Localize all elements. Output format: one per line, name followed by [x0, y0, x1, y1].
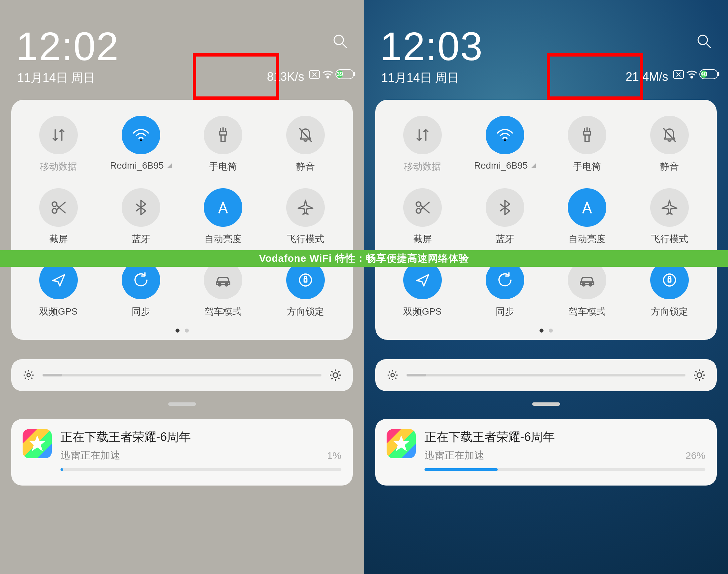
progress-bar	[60, 468, 341, 471]
airplane-toggle-button[interactable]	[650, 188, 689, 227]
toggle-wifi[interactable]: Redmi_6B95	[100, 109, 182, 181]
wifi-toggle-button[interactable]	[486, 116, 524, 154]
toggle-screenshot[interactable]: 截屏	[17, 181, 100, 254]
bluetooth-label: 蓝牙	[132, 233, 150, 245]
toggle-mobile-data[interactable]: 移动数据	[17, 109, 100, 181]
toggle-mobile-data[interactable]: 移动数据	[381, 109, 464, 181]
toggle-mute[interactable]: 静音	[264, 109, 347, 181]
mute-label: 静音	[660, 160, 679, 173]
toggle-mute[interactable]: 静音	[628, 109, 711, 181]
toggle-bluetooth[interactable]: 蓝牙	[464, 181, 546, 254]
torch-toggle-button[interactable]	[204, 116, 242, 154]
wifi-label: Redmi_6B95	[474, 160, 536, 171]
airplane-toggle-button[interactable]	[286, 188, 325, 227]
wifi-icon	[132, 126, 150, 144]
wifi-status-icon	[322, 70, 333, 80]
overlay-banner: Vodafone WiFi 特性：畅享便捷高速网络体验	[0, 250, 728, 267]
screenshot-label: 截屏	[413, 233, 432, 245]
svg-point-26	[697, 373, 702, 377]
search-button[interactable]	[696, 33, 712, 50]
svg-rect-4	[220, 132, 226, 135]
toggle-airplane[interactable]: 飞行模式	[628, 181, 711, 254]
toggle-autobrightness[interactable]: 自动亮度	[546, 181, 629, 254]
wifi-toggle-button[interactable]	[122, 116, 160, 154]
svg-point-2	[327, 77, 329, 78]
search-icon	[332, 33, 348, 49]
notification-title: 正在下载王者荣耀-6周年	[60, 429, 341, 445]
screenshot-icon	[49, 198, 68, 217]
gps-icon	[413, 271, 432, 289]
brightness-high-icon	[693, 369, 705, 381]
pager-dots[interactable]	[381, 327, 711, 334]
gps-label: 双频GPS	[39, 305, 78, 318]
svg-point-9	[300, 274, 311, 286]
mobile-data-toggle-button[interactable]	[39, 116, 78, 154]
screenshot-toggle-button[interactable]	[403, 188, 442, 227]
toggle-autobrightness[interactable]: 自动亮度	[182, 181, 265, 254]
svg-point-23	[663, 274, 676, 286]
annotation-red-box	[193, 53, 279, 100]
toggle-wifi[interactable]: Redmi_6B95	[464, 109, 546, 181]
left-screenshot: 12:02 11月14日 周日 813K/s 39 移动数据Redmi_6B95…	[0, 0, 364, 574]
rotation-icon	[296, 271, 315, 289]
signal-triangle-icon	[167, 163, 172, 168]
svg-point-12	[333, 373, 338, 377]
sync-label: 同步	[132, 305, 150, 318]
toggle-screenshot[interactable]: 截屏	[381, 181, 464, 254]
notification-card[interactable]: 正在下载王者荣耀-6周年 迅雷正在加速 1%	[11, 419, 353, 486]
quick-settings-panel: 移动数据Redmi_6B95手电筒静音截屏蓝牙自动亮度飞行模式双频GPS同步驾车…	[11, 100, 353, 340]
svg-point-20	[416, 208, 421, 213]
svg-rect-18	[584, 132, 590, 135]
mobile-data-toggle-button[interactable]	[403, 116, 442, 154]
svg-point-3	[140, 139, 142, 141]
driving-icon	[214, 271, 232, 289]
brightness-track	[43, 374, 322, 376]
svg-marker-27	[393, 436, 409, 451]
mute-toggle-button[interactable]	[650, 116, 689, 154]
svg-point-25	[391, 373, 394, 377]
airplane-icon	[296, 198, 315, 217]
drag-handle[interactable]	[168, 402, 196, 406]
clock-date: 11月14日 周日	[17, 70, 95, 86]
autobrightness-toggle-button[interactable]	[204, 188, 242, 227]
notification-title: 正在下载王者荣耀-6周年	[425, 429, 705, 445]
battery-indicator: 40	[699, 69, 718, 79]
screenshot-toggle-button[interactable]	[39, 188, 78, 227]
svg-point-19	[416, 202, 421, 207]
toggle-torch[interactable]: 手电筒	[182, 109, 265, 181]
bluetooth-toggle-button[interactable]	[122, 188, 160, 227]
brightness-slider[interactable]	[375, 359, 717, 391]
brightness-low-icon	[387, 369, 398, 381]
autobrightness-icon	[578, 198, 596, 217]
brightness-slider[interactable]	[11, 359, 353, 391]
bluetooth-label: 蓝牙	[496, 233, 514, 245]
autobrightness-toggle-button[interactable]	[568, 188, 606, 227]
svg-point-17	[504, 139, 506, 141]
notification-card[interactable]: 正在下载王者荣耀-6周年 迅雷正在加速 26%	[375, 419, 717, 486]
driving-icon	[578, 271, 596, 289]
autobrightness-label: 自动亮度	[205, 233, 242, 245]
screenshot-icon	[413, 198, 432, 217]
pager-dot-1	[540, 329, 544, 333]
toggle-bluetooth[interactable]: 蓝牙	[100, 181, 182, 254]
svg-point-5	[52, 202, 57, 207]
brightness-low-icon	[23, 369, 35, 381]
torch-toggle-button[interactable]	[568, 116, 606, 154]
overlay-banner-text: Vodafone WiFi 特性：畅享便捷高速网络体验	[259, 252, 469, 265]
pager-dot-1	[175, 329, 179, 333]
search-button[interactable]	[332, 33, 348, 50]
airplane-label: 飞行模式	[287, 233, 324, 245]
drag-handle[interactable]	[532, 402, 560, 406]
mute-toggle-button[interactable]	[286, 116, 325, 154]
notification-subtitle: 迅雷正在加速	[60, 449, 120, 462]
bluetooth-toggle-button[interactable]	[486, 188, 524, 227]
torch-icon	[578, 126, 596, 144]
rotation-label: 方向锁定	[651, 305, 688, 318]
toggle-torch[interactable]: 手电筒	[546, 109, 629, 181]
mobile-data-icon	[413, 126, 432, 144]
sim-off-icon	[309, 70, 320, 80]
pager-dots[interactable]	[17, 327, 347, 334]
mobile-data-label: 移动数据	[40, 160, 77, 173]
driving-label: 驾车模式	[568, 305, 606, 318]
toggle-airplane[interactable]: 飞行模式	[264, 181, 347, 254]
